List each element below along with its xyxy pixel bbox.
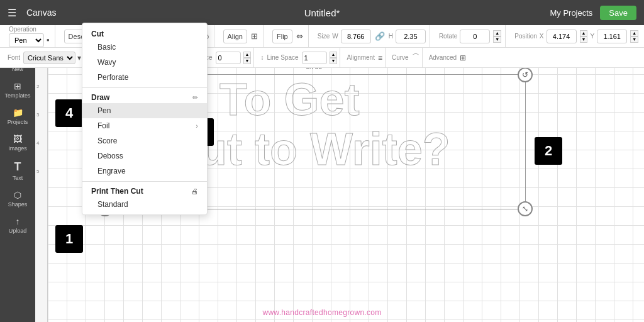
- rotate-down[interactable]: ▼: [493, 36, 501, 43]
- sidebar-item-upload[interactable]: ↑ Upload: [3, 213, 33, 238]
- alignment-label: Alignment: [347, 54, 374, 61]
- num-box-4: 4: [55, 99, 83, 127]
- cut-section-label: Cut: [82, 26, 207, 40]
- menu-item-deboss[interactable]: Deboss: [82, 148, 207, 164]
- ruler-vtick-5: 5: [36, 169, 39, 174]
- y-down[interactable]: ▼: [630, 36, 638, 43]
- sidebar-item-templates[interactable]: ⊞ Templates: [3, 77, 33, 103]
- sidebar-item-projects[interactable]: 📁 Projects: [3, 104, 33, 129]
- sidebar-images-label: Images: [8, 145, 27, 152]
- images-icon: 🖼: [13, 134, 22, 144]
- draw-pencil-icon: ✏: [192, 94, 198, 102]
- sidebar-text-label: Text: [13, 175, 23, 181]
- menu-item-foil[interactable]: Foil ›: [82, 118, 207, 133]
- menu-icon[interactable]: ☰: [8, 7, 16, 19]
- linespace-down[interactable]: ▼: [330, 58, 338, 64]
- menu-item-score[interactable]: Score: [82, 133, 207, 148]
- print-then-cut-label: Print Then Cut: [91, 187, 143, 196]
- font-down-icon[interactable]: ▾: [77, 53, 81, 62]
- menu-item-perforate[interactable]: Perforate: [82, 70, 207, 85]
- flip-icon[interactable]: ⇔: [295, 30, 304, 42]
- menu-item-standard[interactable]: Standard: [82, 197, 207, 212]
- menu-item-pen[interactable]: Pen: [82, 103, 207, 118]
- rotate-up[interactable]: ▲: [493, 30, 501, 36]
- rotate-handle[interactable]: ↺: [518, 67, 533, 82]
- curve-label: Curve: [392, 54, 409, 61]
- arrange-icon[interactable]: ⊞: [250, 30, 259, 42]
- menu-separator-1: [82, 87, 207, 88]
- size-section: Size W 🔗 H: [314, 25, 430, 47]
- align-section: Align ⊞: [219, 25, 264, 47]
- lspace-up[interactable]: ▲: [243, 52, 252, 58]
- font-section: Font Cricut Sans ▾: [5, 48, 84, 67]
- sidebar: + New ⊞ Templates 📁 Projects 🖼 Images T …: [0, 43, 35, 322]
- ruler-vtick-4: 4: [36, 140, 39, 146]
- x-down[interactable]: ▼: [580, 36, 588, 43]
- canvas-label: Canvas: [26, 8, 56, 18]
- line-space-input[interactable]: [302, 52, 327, 64]
- line-space-section: ↕ Line Space ▲ ▼: [258, 48, 340, 67]
- menu-item-wavy[interactable]: Wavy: [82, 55, 207, 70]
- sidebar-upload-label: Upload: [9, 228, 27, 234]
- y-up[interactable]: ▲: [630, 30, 638, 36]
- sidebar-shapes-label: Shapes: [8, 201, 28, 208]
- x-up[interactable]: ▲: [580, 30, 588, 36]
- y-input[interactable]: [597, 30, 627, 43]
- rotate-input[interactable]: [460, 30, 490, 43]
- position-section: Position X ▲ ▼ Y ▲ ▼: [511, 25, 642, 47]
- sidebar-item-text[interactable]: T Text: [3, 157, 33, 185]
- y-spin: ▲ ▼: [630, 30, 638, 43]
- projects-icon: 📁: [13, 108, 23, 118]
- operation-select[interactable]: Pen Cut Draw: [9, 33, 44, 47]
- my-projects-link[interactable]: My Projects: [550, 8, 592, 18]
- sidebar-item-images[interactable]: 🖼 Images: [3, 130, 33, 155]
- letter-space-input[interactable]: [216, 52, 241, 64]
- x-label: X: [540, 33, 544, 40]
- size-label: Size: [318, 33, 330, 40]
- x-input[interactable]: [547, 30, 577, 43]
- linespace-up[interactable]: ▲: [330, 52, 338, 58]
- square-icon[interactable]: ▪: [45, 34, 51, 46]
- menu-item-engrave[interactable]: Engrave: [82, 164, 207, 179]
- sidebar-item-shapes[interactable]: ⬡ Shapes: [3, 186, 33, 211]
- footer-url: www.handcraftedhomegrown.com: [262, 308, 381, 317]
- linespace-spin: ▲ ▼: [330, 52, 338, 64]
- templates-icon: ⊞: [14, 81, 21, 91]
- foil-arrow-icon: ›: [196, 122, 198, 130]
- ruler-vtick-2: 2: [36, 84, 39, 89]
- lspace-down[interactable]: ▼: [243, 58, 252, 64]
- align-left-icon[interactable]: ≡: [378, 53, 382, 62]
- menu-separator-2: [82, 181, 207, 182]
- font-label: Font: [8, 54, 20, 61]
- align-button[interactable]: Align: [223, 30, 247, 43]
- width-input[interactable]: [341, 30, 371, 43]
- flip-button[interactable]: Flip: [272, 30, 292, 43]
- text-icon: T: [14, 160, 21, 174]
- x-spin: ▲ ▼: [580, 30, 588, 43]
- save-button[interactable]: Save: [600, 6, 636, 20]
- link-icon[interactable]: 🔗: [374, 30, 386, 42]
- height-input[interactable]: [396, 30, 426, 43]
- flip-section: Flip ⇔: [269, 25, 309, 47]
- topbar-right: My Projects Save: [550, 6, 636, 20]
- line-space-label: Line Space: [267, 54, 298, 61]
- curve-icon[interactable]: ⌒: [412, 52, 419, 63]
- font-select[interactable]: Cricut Sans: [23, 52, 75, 64]
- w-label: W: [332, 33, 338, 40]
- ruler-vertical: 2 3 4 5: [35, 55, 48, 322]
- curve-section: Curve ⌒: [389, 48, 423, 67]
- num-box-1: 1: [55, 225, 83, 253]
- shapes-icon: ⬡: [14, 190, 21, 200]
- menu-item-basic[interactable]: Basic: [82, 40, 207, 55]
- operation-label: Operation: [9, 26, 51, 33]
- operation-section: Operation Pen Cut Draw ▪: [5, 25, 55, 47]
- draw-section-label: Draw: [91, 93, 109, 102]
- page-title: Untitled*: [304, 8, 340, 18]
- resize-handle[interactable]: ⤡: [518, 201, 533, 216]
- lspace-spin: ▲ ▼: [243, 52, 252, 64]
- printer-icon: 🖨: [191, 187, 198, 195]
- advanced-icon[interactable]: ⊞: [460, 53, 466, 62]
- advanced-label: Advanced: [429, 54, 457, 61]
- sidebar-templates-label: Templates: [4, 92, 30, 99]
- operation-dropdown: Cut Basic Wavy Perforate Draw ✏ Pen Foil…: [82, 23, 208, 215]
